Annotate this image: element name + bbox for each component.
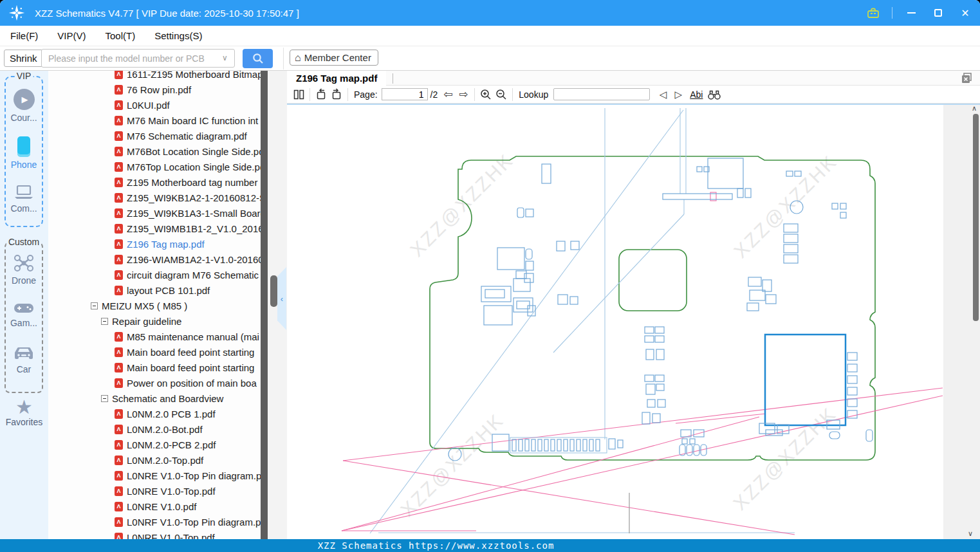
model-search-input[interactable]	[41, 49, 235, 68]
tab-z196-tag-map[interactable]: Z196 Tag map.pdf	[287, 71, 386, 86]
tree-item[interactable]: ΛL0NRE V1.0.pdf	[48, 499, 261, 514]
collapse-minus-icon[interactable]	[101, 395, 108, 402]
watermark-text: XZZ@XZZHK	[406, 149, 518, 261]
tree-item-label: Z196 Tag map.pdf	[127, 239, 205, 250]
tree-item[interactable]: ΛL0KUI.pdf	[48, 97, 261, 113]
tree-group[interactable]: Schematic and Boardview	[48, 391, 261, 406]
collapse-panel-handle[interactable]: ‹	[277, 267, 286, 330]
pdf-file-icon: Λ	[115, 533, 123, 540]
tree-item[interactable]: ΛM76 Schematic diagram.pdf	[48, 128, 261, 143]
tree-item[interactable]: Λ1611-Z195 Motherboard Bitmap	[48, 71, 261, 82]
menu-vip[interactable]: VIP(V)	[57, 30, 86, 41]
toolbar-separator	[512, 88, 513, 101]
tree-item[interactable]: ΛZ196-WIAMB1A2-1-V1.0-20160	[48, 252, 261, 267]
splitter-scroll-thumb[interactable]	[270, 275, 277, 307]
sidebar-item-drone[interactable]: Drone	[6, 253, 42, 286]
page-input[interactable]	[382, 88, 428, 100]
custom-group: Custom Drone	[5, 242, 43, 393]
tree-item[interactable]: ΛM76 Main board IC function int	[48, 113, 261, 128]
tree-item[interactable]: ΛL0NRF V1.0-Top.pdf	[48, 529, 261, 539]
overview-binoculars-button[interactable]	[707, 87, 722, 102]
tree-item[interactable]: ΛM85 maintenance manual (mai	[48, 329, 261, 344]
pdf-file-icon: Λ	[115, 455, 123, 465]
tree-item[interactable]: ΛM76Top Location Single Side.pd	[48, 159, 261, 174]
close-tab-icon[interactable]	[961, 72, 973, 84]
sidebar-item-car[interactable]: Car	[6, 345, 42, 374]
shrink-button[interactable]: Shrink	[4, 50, 43, 67]
search-button[interactable]	[243, 49, 273, 68]
pdf-content[interactable]: XZZ@XZZHK XZZ@XZZHK XZZ@XZZHK XZZ@XZZHK	[287, 104, 980, 539]
tree-item[interactable]: ΛL0NM.2.0 PCB 1.pdf	[48, 406, 261, 421]
gamepad-icon	[12, 301, 35, 315]
tree-item-label: Repair guideline	[112, 316, 181, 327]
maximize-button[interactable]	[930, 5, 947, 21]
tree-item-label: M76 Schematic diagram.pdf	[127, 131, 247, 142]
vip-briefcase-icon[interactable]	[865, 5, 882, 21]
home-icon: ⌂	[295, 52, 301, 64]
chevron-down-icon[interactable]: ∨	[222, 53, 228, 62]
rotate-right-button[interactable]	[329, 87, 344, 102]
scroll-up-icon[interactable]: ∧	[972, 104, 977, 113]
pdf-file-icon: Λ	[115, 71, 123, 79]
zoom-out-button[interactable]	[494, 87, 509, 102]
tree-item[interactable]: ΛL0NM.2.0-Top.pdf	[48, 452, 261, 468]
tree-item[interactable]: ΛL0NRE V1.0-Top Pin diagram.pc	[48, 468, 261, 483]
tree-scrollbar[interactable]	[261, 71, 268, 539]
scroll-down-icon[interactable]: ∨	[968, 529, 973, 538]
tree-item[interactable]: Λ76 Row pin.pdf	[48, 82, 261, 97]
sidebar-item-label: Com...	[10, 203, 37, 214]
app-window: XZZ Schematics V4.77 [ VIP Due date: 202…	[0, 0, 980, 552]
tab-bar: Z196 Tag map.pdf	[287, 71, 980, 86]
watermark-text: XZZ@XZZHK	[730, 151, 842, 262]
member-center-button[interactable]: ⌂ Member Center	[290, 50, 378, 66]
tree-item[interactable]: ΛPower on position of main boa	[48, 375, 261, 391]
zoom-in-button[interactable]	[478, 87, 494, 102]
tree-item[interactable]: ΛZ195_WI9MB1B1-2_V1.0_201608	[48, 221, 261, 236]
tree-item[interactable]: ΛZ196 Tag map.pdf	[48, 236, 261, 252]
pdf-vertical-scrollbar[interactable]	[973, 114, 979, 321]
toolbar-separator	[474, 88, 475, 101]
collapse-minus-icon[interactable]	[91, 302, 98, 309]
tree-item[interactable]: ΛL0NRF V1.0-Top Pin diagram.pd	[48, 514, 261, 529]
tree-item[interactable]: ΛMain board feed point starting	[48, 344, 261, 360]
tree-item[interactable]: ΛZ195_WI9KB1A2-1-20160812-Sm	[48, 190, 261, 205]
previous-page-button[interactable]: ⇦	[440, 87, 456, 102]
tree-item[interactable]: ΛM76Bot Location Single Side.pd	[48, 143, 261, 159]
tree-item[interactable]: ΛL0NRE V1.0-Top.pdf	[48, 483, 261, 499]
search-icon	[252, 52, 264, 65]
collapse-minus-icon[interactable]	[101, 318, 108, 325]
menu-settings[interactable]: Settings(S)	[154, 30, 202, 41]
menu-file[interactable]: File(F)	[10, 30, 38, 41]
tree-item[interactable]: ΛZ195_WI9KB1A3-1-Small Board	[48, 205, 261, 221]
sidebar-item-course[interactable]: ▶ Cour...	[6, 89, 42, 123]
tree-item[interactable]: ΛMain board feed point starting	[48, 360, 261, 375]
sidebar-item-phone[interactable]: Phone	[6, 136, 42, 170]
find-next-button[interactable]: ▷	[670, 87, 686, 102]
lookup-input[interactable]	[553, 88, 650, 100]
tree-item[interactable]: ΛZ195 Motherboard tag number	[48, 174, 261, 190]
tree-group[interactable]: MEIZU MX5 ( M85 )	[48, 298, 261, 313]
sidebar-item-favorites[interactable]: ★ Favorites	[0, 398, 48, 427]
tree-item[interactable]: Λcircuit diagram M76 Schematic	[48, 267, 261, 282]
pdf-file-icon: Λ	[115, 85, 123, 95]
tree-group[interactable]: Repair guideline	[48, 313, 261, 329]
close-button[interactable]: ✕	[957, 5, 974, 21]
tree-item[interactable]: Λlayout PCB 101.pdf	[48, 282, 261, 298]
file-tree: Λ1611-Z195 Motherboard BitmapΛ76 Row pin…	[48, 71, 261, 539]
find-previous-button[interactable]: ◁	[655, 87, 670, 102]
tree-item[interactable]: ΛL0NM.2.0-Bot.pdf	[48, 421, 261, 437]
status-bar: XZZ Schematics https://www.xzztools.com	[0, 539, 980, 552]
sidebar-item-computer[interactable]: Com...	[6, 184, 42, 214]
text-select-abi-button[interactable]: Abi	[690, 89, 703, 100]
tree-item-label: 1611-Z195 Motherboard Bitmap	[127, 71, 261, 80]
sidebar-item-label: Phone	[11, 160, 37, 170]
sidebar-item-game[interactable]: Gam...	[6, 301, 42, 328]
two-page-view-button[interactable]	[291, 87, 306, 102]
menu-tool[interactable]: Tool(T)	[106, 30, 136, 41]
rotate-left-button[interactable]	[313, 87, 329, 102]
next-page-button[interactable]: ⇨	[456, 87, 471, 102]
tab-separator	[393, 73, 393, 84]
member-center-label: Member Center	[304, 52, 371, 63]
tree-item[interactable]: ΛL0NM.2.0-PCB 2.pdf	[48, 437, 261, 452]
minimize-button[interactable]	[903, 5, 920, 21]
